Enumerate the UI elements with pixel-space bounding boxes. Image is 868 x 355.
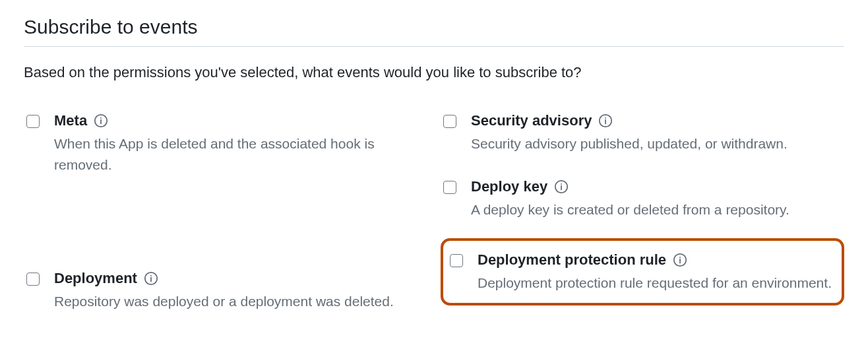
event-content: Deploy key A deploy key is created or de… [471,178,838,220]
event-content: Meta When this App is deleted and the as… [54,112,421,175]
events-left-column: Meta When this App is deleted and the as… [24,107,427,331]
info-icon[interactable] [598,113,613,128]
section-heading: Subscribe to events [24,16,844,47]
info-icon[interactable] [144,271,158,286]
events-grid: Meta When this App is deleted and the as… [24,107,844,331]
event-title-row: Security advisory [471,112,838,129]
info-icon[interactable] [94,113,108,128]
event-title-row: Meta [54,112,421,129]
info-icon[interactable] [673,253,687,267]
checkbox-deployment[interactable] [26,273,40,286]
event-desc-deployment-protection-rule: Deployment protection rule requested for… [478,273,832,294]
event-title-deployment-protection-rule: Deployment protection rule [478,251,666,269]
event-item-deployment-protection-rule: Deployment protection rule Deployment pr… [441,238,844,306]
event-item-meta: Meta When this App is deleted and the as… [24,107,427,181]
checkbox-deployment-protection-rule[interactable] [450,254,463,267]
subscribe-events-section: Subscribe to events Based on the permiss… [0,0,868,344]
event-title-row: Deployment protection rule [478,251,832,269]
svg-point-1 [100,117,102,119]
checkbox-deploy-key[interactable] [443,181,456,194]
svg-point-4 [150,275,152,276]
section-intro: Based on the permissions you've selected… [24,61,844,83]
event-title-deploy-key: Deploy key [471,178,547,195]
event-item-deployment: Deployment Repository was deployed or a … [24,265,427,319]
event-item-deploy-key: Deploy key A deploy key is created or de… [441,173,844,227]
info-icon[interactable] [554,179,569,194]
event-title-security-advisory: Security advisory [471,112,592,129]
event-desc-security-advisory: Security advisory published, updated, or… [471,133,838,154]
svg-point-10 [561,183,562,184]
event-title-meta: Meta [54,112,87,129]
event-desc-deploy-key: A deploy key is created or deleted from … [471,199,838,220]
event-content: Deployment protection rule Deployment pr… [478,251,832,294]
svg-point-13 [679,257,681,258]
events-right-column: Security advisory Security advisory publ… [441,107,844,311]
event-content: Security advisory Security advisory publ… [471,112,838,154]
event-title-deployment: Deployment [54,270,137,287]
event-desc-meta: When this App is deleted and the associa… [54,133,421,175]
checkbox-meta[interactable] [26,115,40,128]
event-item-security-advisory: Security advisory Security advisory publ… [441,107,844,161]
svg-point-7 [605,117,606,119]
event-desc-deployment: Repository was deployed or a deployment … [54,291,421,312]
event-title-row: Deploy key [471,178,838,195]
event-title-row: Deployment [54,270,421,287]
spacer [24,193,427,265]
event-content: Deployment Repository was deployed or a … [54,270,421,312]
checkbox-security-advisory[interactable] [443,115,456,128]
